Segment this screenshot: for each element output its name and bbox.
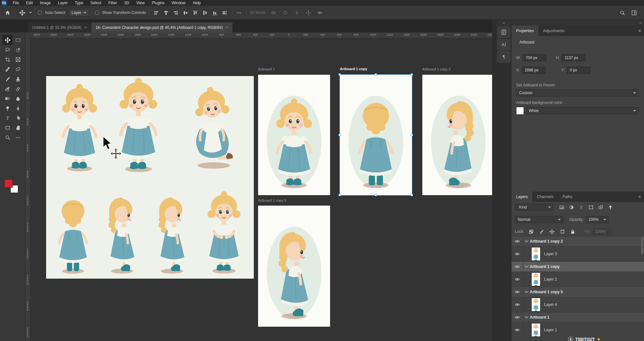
show-transform-checkbox[interactable]	[95, 11, 99, 15]
y-field[interactable]: 0 px	[567, 67, 591, 74]
tab-properties[interactable]: Properties	[512, 26, 539, 36]
3d-orbit-icon[interactable]	[269, 8, 278, 17]
visibility-eye-icon[interactable]	[512, 287, 523, 297]
pixel-layer-filter-icon[interactable]	[558, 204, 565, 211]
menu-item-file[interactable]: File	[9, 0, 22, 6]
horizontal-ruler[interactable]: 3000280026002400220020001800160014001200…	[25, 32, 492, 38]
align-vertical-centers-icon[interactable]	[162, 8, 170, 17]
history-brush-tool[interactable]	[3, 84, 12, 94]
artboard-group-row[interactable]: Artboard 1 copy	[512, 261, 644, 272]
search-icon[interactable]	[618, 8, 626, 17]
chevron-down-icon[interactable]	[29, 12, 32, 13]
chevron-down-icon[interactable]	[523, 238, 530, 245]
shape-layer-filter-icon[interactable]	[587, 204, 595, 211]
dodge-tool[interactable]	[3, 103, 12, 113]
visibility-eye-icon[interactable]	[512, 272, 523, 287]
artboard-group-row[interactable]: Artboard 1	[512, 312, 644, 322]
close-icon[interactable]: ×	[226, 25, 228, 30]
quick-select-tool[interactable]	[13, 45, 23, 55]
lock-position-icon[interactable]	[548, 228, 556, 235]
artboard-background-dropdown[interactable]: White	[526, 107, 639, 114]
distribute-top-edges-icon[interactable]	[191, 8, 200, 17]
workspace-switcher-icon[interactable]	[630, 8, 638, 17]
visibility-eye-icon[interactable]	[512, 236, 523, 246]
artboard-group-row[interactable]: Artboard 1 copy 5	[512, 287, 644, 297]
photoshop-logo[interactable]: Ps	[2, 1, 6, 5]
menu-item-edit[interactable]: Edit	[22, 0, 36, 6]
paragraph-panel-icon[interactable]: ¶	[497, 51, 511, 63]
distribute-vertical-centers-icon[interactable]	[201, 8, 209, 17]
visibility-eye-icon[interactable]	[512, 297, 523, 312]
panel-menu-icon[interactable]: ≡	[638, 195, 644, 199]
menu-item-image[interactable]: Image	[36, 0, 54, 6]
rectangle-tool[interactable]	[3, 123, 12, 133]
panel-menu-icon[interactable]: ≡	[638, 29, 644, 33]
move-tool[interactable]	[3, 35, 12, 45]
transform-handle[interactable]	[375, 194, 377, 196]
marquee-tool[interactable]	[13, 35, 23, 45]
menu-item-window[interactable]: Window	[168, 0, 189, 6]
chevron-down-icon[interactable]	[523, 314, 530, 321]
brush-tool[interactable]	[3, 74, 12, 84]
crop-tool[interactable]	[3, 55, 12, 64]
layer-thumbnail[interactable]	[532, 323, 540, 336]
eraser-tool[interactable]	[13, 84, 23, 94]
lock-pixels-icon[interactable]	[538, 228, 546, 235]
type-tool[interactable]: T	[3, 113, 12, 123]
patch-tool[interactable]	[13, 64, 23, 74]
home-icon[interactable]	[3, 8, 12, 17]
expand-panels-icon[interactable]: »	[512, 20, 644, 26]
opacity-dropdown[interactable]: 100%	[586, 216, 609, 223]
artboard-label[interactable]: Artboard 1 copy 5	[258, 198, 286, 202]
artboard[interactable]	[258, 75, 330, 195]
zoom-tool[interactable]	[3, 133, 12, 142]
menu-item-filter[interactable]: Filter	[105, 0, 121, 6]
layer-thumbnail[interactable]	[532, 273, 540, 286]
height-field[interactable]: 1137 px	[562, 54, 586, 61]
menu-item-3d[interactable]: 3D	[120, 0, 132, 6]
lock-transparent-icon[interactable]	[527, 228, 535, 235]
character-panel-icon[interactable]: A	[497, 39, 511, 50]
lock-all-icon[interactable]	[569, 228, 577, 235]
visibility-eye-icon[interactable]	[512, 312, 523, 322]
menu-item-help[interactable]: Help	[189, 0, 204, 6]
hand-tool[interactable]	[13, 123, 23, 133]
artboard-reference-sheet[interactable]	[46, 76, 254, 279]
fill-field[interactable]: 100%	[592, 228, 611, 235]
layers-scrollbar[interactable]	[641, 237, 643, 254]
foreground-color-swatch[interactable]	[4, 179, 13, 188]
artboard[interactable]	[422, 75, 492, 195]
type-layer-filter-icon[interactable]: T	[577, 204, 585, 211]
more-tool[interactable]	[13, 133, 23, 142]
visibility-eye-icon[interactable]	[512, 246, 523, 261]
3d-slide-icon[interactable]	[304, 8, 313, 17]
chevron-down-icon[interactable]	[523, 263, 530, 270]
filter-toggle-icon[interactable]	[606, 204, 614, 211]
tab-paths[interactable]: Paths	[558, 192, 577, 202]
artboard-label[interactable]: Artboard 1 copy	[340, 67, 367, 71]
tab-channels[interactable]: Channels	[532, 192, 558, 202]
3d-camera-icon[interactable]	[316, 8, 325, 17]
artboard-background-swatch[interactable]	[516, 107, 524, 115]
transform-handle[interactable]	[339, 134, 341, 136]
adjustment-layer-filter-icon[interactable]	[567, 204, 575, 211]
layer-filter-kind-dropdown[interactable]: Kind	[515, 204, 553, 211]
document-tab-character-design[interactable]: 16- Consistent Character design.psd @ 40…	[91, 22, 232, 32]
distribute-horizontal-centers-icon[interactable]	[220, 8, 229, 17]
layer-row[interactable]: Layer 1	[512, 322, 644, 337]
gradient-tool[interactable]	[3, 94, 12, 103]
transform-handle[interactable]	[411, 194, 413, 196]
menu-item-layer[interactable]: Layer	[54, 0, 71, 6]
document-canvas[interactable]: 3000280026002400220020001800160014001200…	[25, 32, 492, 341]
transform-handle[interactable]	[411, 73, 413, 76]
eyedropper-tool[interactable]	[3, 64, 12, 74]
ellipsis-icon[interactable]	[235, 8, 243, 17]
lock-artboard-icon[interactable]	[559, 228, 566, 235]
transform-handle[interactable]	[339, 73, 341, 76]
width-field[interactable]: 704 px	[523, 54, 547, 61]
close-icon[interactable]: ×	[84, 25, 87, 30]
menu-item-view[interactable]: View	[133, 0, 148, 6]
move-tool-icon[interactable]	[18, 8, 26, 17]
3d-pan-icon[interactable]	[293, 8, 301, 17]
layer-row[interactable]: Layer 3	[512, 246, 644, 261]
